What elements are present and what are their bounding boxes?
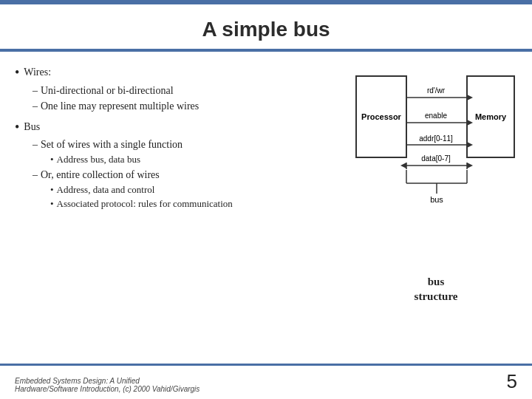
bus-label: Bus: [24, 120, 40, 134]
bus-subitem-2b-text: Associated protocol: rules for communica…: [57, 197, 233, 211]
wires-bullet: • Wires:: [15, 65, 340, 81]
svg-text:enable: enable: [425, 112, 447, 120]
bus-item-2: Or, entire collection of wires: [33, 167, 340, 183]
bus-structure-label: bus structure: [355, 275, 517, 304]
wires-label: Wires:: [24, 65, 51, 80]
svg-text:bus: bus: [430, 195, 443, 204]
svg-text:rd'/wr: rd'/wr: [427, 86, 446, 95]
bus-section: • Bus Set of wires with a single functio…: [15, 120, 340, 211]
bus-item-2-text: Or, entire collection of wires: [41, 167, 160, 183]
wires-item-1-text: Uni-directional or bi-directional: [41, 83, 174, 98]
wires-item-2: One line may represent multiple wires: [33, 98, 340, 114]
svg-text:Memory: Memory: [475, 112, 507, 121]
bus-item-1-text: Set of wires with a single function: [41, 137, 183, 152]
footer-line1: Embedded Systems Design: A Unified: [15, 377, 200, 385]
bus-subitem-2a-text: Address, data and control: [57, 183, 155, 197]
right-column: Processor Memory rd'/wr enable: [355, 65, 517, 304]
bus-structure-text-1: bus: [428, 276, 445, 287]
svg-text:data[0-7]: data[0-7]: [421, 154, 451, 163]
bus-item-1: Set of wires with a single function: [33, 137, 340, 152]
bus-bullet: • Bus: [15, 120, 340, 136]
footer-citation: Embedded Systems Design: A Unified Hardw…: [15, 377, 200, 393]
bus-subitem-1: Address bus, data bus: [50, 152, 340, 167]
svg-text:addr[0-11]: addr[0-11]: [419, 134, 453, 143]
bus-structure-text-2: structure: [415, 290, 458, 302]
wires-sub-items: Uni-directional or bi-directional One li…: [33, 83, 340, 114]
slide: A simple bus • Wires: Uni-directional or…: [0, 0, 532, 399]
bus-sub-sub-2: Address, data and control Associated pro…: [50, 183, 340, 211]
bus-sub-sub-1: Address bus, data bus: [50, 152, 340, 167]
svg-text:Processor: Processor: [361, 112, 402, 121]
title-divider: [0, 49, 532, 52]
bus-sub-items: Set of wires with a single function Addr…: [33, 137, 340, 211]
wires-item-2-text: One line may represent multiple wires: [41, 98, 199, 114]
left-column: • Wires: Uni-directional or bi-direction…: [15, 65, 340, 304]
bullet-dot-2: •: [15, 120, 19, 136]
main-content: • Wires: Uni-directional or bi-direction…: [0, 65, 532, 304]
page-title: A simple bus: [0, 4, 532, 49]
svg-marker-17: [400, 163, 406, 168]
svg-marker-18: [467, 163, 473, 168]
footer-line2: Hardware/Software Introduction, (c) 2000…: [15, 385, 200, 393]
bus-subitem-1-text: Address bus, data bus: [57, 152, 140, 167]
bus-diagram: Processor Memory rd'/wr enable: [355, 65, 517, 272]
wires-section: • Wires: Uni-directional or bi-direction…: [15, 65, 340, 114]
bus-subitem-2a: Address, data and control: [50, 183, 340, 197]
footer: Embedded Systems Design: A Unified Hardw…: [0, 364, 532, 393]
wires-item-1: Uni-directional or bi-directional: [33, 83, 340, 98]
bus-subitem-2b: Associated protocol: rules for communica…: [50, 197, 340, 211]
bullet-dot-1: •: [15, 65, 19, 81]
page-number: 5: [507, 370, 517, 393]
diagram-svg: Processor Memory rd'/wr enable: [355, 65, 517, 242]
